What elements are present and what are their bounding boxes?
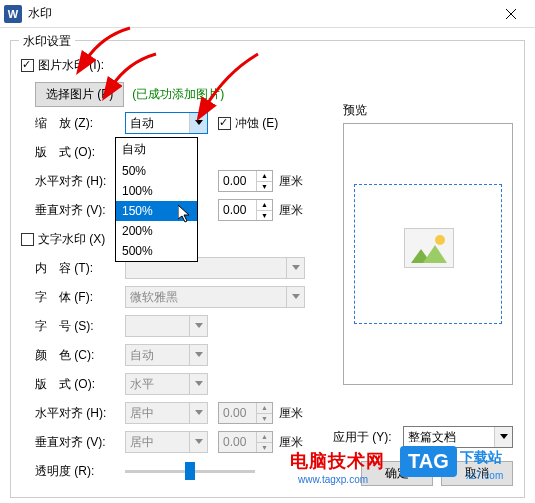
dropdown-arrow-icon — [189, 403, 207, 423]
size-select[interactable] — [125, 315, 208, 337]
preview-label: 预览 — [343, 102, 513, 119]
annotation-arrow-3 — [202, 52, 262, 115]
opacity-label: 透明度 (R): — [35, 463, 125, 480]
layout2-label: 版 式 (O): — [35, 376, 125, 393]
color-value: 自动 — [130, 347, 154, 364]
erode-checkbox[interactable] — [218, 117, 231, 130]
halign1-value: 0.00 — [223, 174, 246, 188]
opacity-row: 透明度 (R): — [21, 458, 321, 484]
overlay-red-text: 电脑技术网 — [290, 449, 385, 473]
text-watermark-label: 文字水印 (X) — [38, 231, 105, 248]
dropdown-arrow-icon — [494, 427, 512, 447]
group-legend: 水印设置 — [19, 33, 75, 50]
valign2-unit: 厘米 — [279, 434, 303, 451]
dialog-content: 水印设置 图片水印 (I): 选择图片 (P) (已成功添加图片) 缩 放 (Z… — [0, 28, 535, 503]
font-select[interactable]: 微软雅黑 — [125, 286, 305, 308]
content-label: 内 容 (T): — [35, 260, 125, 277]
overlay-dl-url: xz7.com — [466, 470, 503, 481]
preview-box — [343, 123, 513, 385]
dropdown-arrow-icon — [189, 432, 207, 452]
valign1-value: 0.00 — [223, 203, 246, 217]
text-watermark-checkbox[interactable] — [21, 233, 34, 246]
dropdown-arrow-icon — [286, 287, 304, 307]
apply-to-label: 应用于 (Y): — [333, 429, 403, 446]
window-title: 水印 — [28, 5, 491, 22]
overlay-blue-url: www.tagxp.com — [298, 474, 368, 485]
halign1-spinner[interactable]: 0.00 ▲▼ — [218, 170, 273, 192]
size-label: 字 号 (S): — [35, 318, 125, 335]
zoom-value: 自动 — [130, 115, 154, 132]
titlebar: W 水印 — [0, 0, 535, 28]
valign2-label: 垂直对齐 (V): — [35, 434, 125, 451]
zoom-option-auto[interactable]: 自动 — [116, 138, 197, 161]
valign2-spinner[interactable]: 0.00 ▲▼ — [218, 431, 273, 453]
valign2-value: 居中 — [130, 434, 154, 451]
dropdown-arrow-icon — [189, 316, 207, 336]
halign2-select[interactable]: 居中 — [125, 402, 208, 424]
dropdown-arrow-icon — [189, 345, 207, 365]
opacity-slider[interactable] — [125, 470, 255, 473]
halign2-value: 居中 — [130, 405, 154, 422]
font-row: 字 体 (F): 微软雅黑 — [21, 284, 321, 310]
slider-thumb-icon[interactable] — [185, 462, 195, 480]
valign1-label: 垂直对齐 (V): — [35, 202, 125, 219]
annotation-arrow-2 — [108, 52, 158, 95]
layout1-label: 版 式 (O): — [35, 144, 125, 161]
apply-to-value: 整篇文档 — [408, 429, 456, 446]
color-select[interactable]: 自动 — [125, 344, 208, 366]
size-row: 字 号 (S): — [21, 313, 321, 339]
zoom-option-500[interactable]: 500% — [116, 241, 197, 261]
apply-to-select[interactable]: 整篇文档 — [403, 426, 513, 448]
layout2-row: 版 式 (O): 水平 — [21, 371, 321, 397]
dropdown-arrow-icon — [286, 258, 304, 278]
zoom-option-100[interactable]: 100% — [116, 181, 197, 201]
halign2-spinner[interactable]: 0.00 ▲▼ — [218, 402, 273, 424]
valign2-row: 垂直对齐 (V): 居中 0.00 ▲▼ 厘米 — [21, 429, 321, 455]
zoom-label: 缩 放 (Z): — [35, 115, 125, 132]
layout2-select[interactable]: 水平 — [125, 373, 208, 395]
font-value: 微软雅黑 — [130, 289, 178, 306]
close-button[interactable] — [491, 0, 531, 28]
color-label: 颜 色 (C): — [35, 347, 125, 364]
halign2-row: 水平对齐 (H): 居中 0.00 ▲▼ 厘米 — [21, 400, 321, 426]
zoom-select[interactable]: 自动 — [125, 112, 208, 134]
valign2-num: 0.00 — [223, 435, 246, 449]
mouse-cursor-icon — [178, 205, 194, 228]
dropdown-arrow-icon — [189, 113, 207, 133]
image-thumbnail-icon — [404, 228, 454, 268]
color-row: 颜 色 (C): 自动 — [21, 342, 321, 368]
erode-label: 冲蚀 (E) — [235, 115, 278, 132]
preview-area: 预览 — [343, 102, 513, 385]
dropdown-arrow-icon — [189, 374, 207, 394]
select-picture-row: 选择图片 (P) (已成功添加图片) — [21, 81, 321, 107]
zoom-row: 缩 放 (Z): 自动 冲蚀 (E) — [21, 110, 321, 136]
layout2-value: 水平 — [130, 376, 154, 393]
picture-watermark-checkbox[interactable] — [21, 59, 34, 72]
halign1-unit: 厘米 — [279, 173, 303, 190]
zoom-option-50[interactable]: 50% — [116, 161, 197, 181]
halign2-unit: 厘米 — [279, 405, 303, 422]
zoom-dropdown-list[interactable]: 自动 50% 100% 150% 200% 500% — [115, 137, 198, 262]
halign2-label: 水平对齐 (H): — [35, 405, 125, 422]
close-icon — [506, 9, 516, 19]
picture-watermark-row: 图片水印 (I): — [21, 52, 321, 78]
font-label: 字 体 (F): — [35, 289, 125, 306]
overlay-dl-text: 下载站 — [460, 449, 502, 467]
apply-to-row: 应用于 (Y): 整篇文档 — [333, 426, 513, 448]
app-icon: W — [4, 5, 22, 23]
halign1-label: 水平对齐 (H): — [35, 173, 125, 190]
valign1-spinner[interactable]: 0.00 ▲▼ — [218, 199, 273, 221]
valign2-select[interactable]: 居中 — [125, 431, 208, 453]
valign1-unit: 厘米 — [279, 202, 303, 219]
overlay-tag-badge: TAG — [400, 446, 457, 477]
halign2-num: 0.00 — [223, 406, 246, 420]
